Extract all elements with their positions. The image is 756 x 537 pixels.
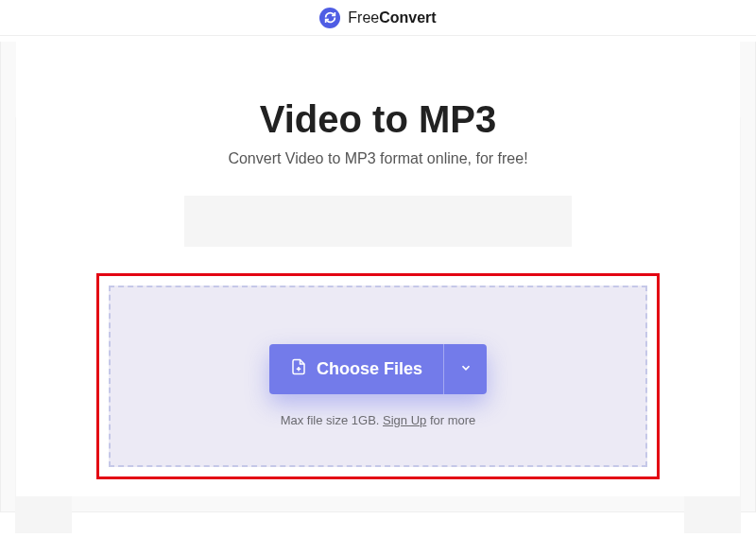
brand-text: FreeConvert [348,9,436,26]
chevron-down-icon [459,361,472,377]
content-area: Video to MP3 Convert Video to MP3 format… [16,42,740,496]
choose-files-label: Choose Files [317,359,422,379]
choose-files-group: Choose Files [269,344,487,394]
brand-logo[interactable]: FreeConvert [319,8,436,28]
page-body: Video to MP3 Convert Video to MP3 format… [0,42,756,512]
convert-icon [319,8,340,28]
file-size-note: Max file size 1GB. Sign Up for more [129,413,627,427]
file-dropzone[interactable]: Choose Files Max file size 1GB. Sign Up … [109,286,647,467]
page-title: Video to MP3 [16,98,740,141]
file-add-icon [290,357,307,381]
page-subtitle: Convert Video to MP3 format online, for … [16,150,740,167]
choose-files-button[interactable]: Choose Files [269,344,443,394]
ad-banner [184,196,572,247]
header: FreeConvert [0,0,756,36]
highlight-annotation: Choose Files Max file size 1GB. Sign Up … [96,273,660,479]
choose-files-dropdown[interactable] [443,344,487,394]
sign-up-link[interactable]: Sign Up [383,413,426,427]
